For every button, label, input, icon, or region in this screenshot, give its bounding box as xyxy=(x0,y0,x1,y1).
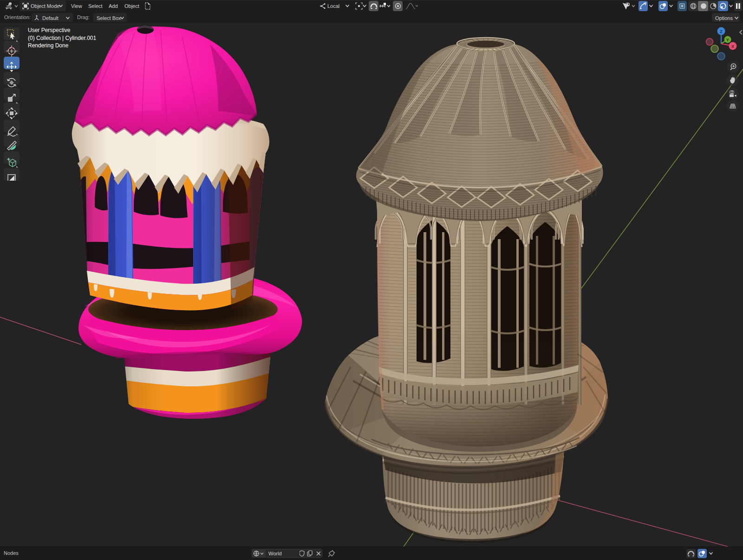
svg-text:X: X xyxy=(731,44,734,49)
svg-text:Z: Z xyxy=(720,29,723,34)
svg-text:Y: Y xyxy=(726,37,730,42)
